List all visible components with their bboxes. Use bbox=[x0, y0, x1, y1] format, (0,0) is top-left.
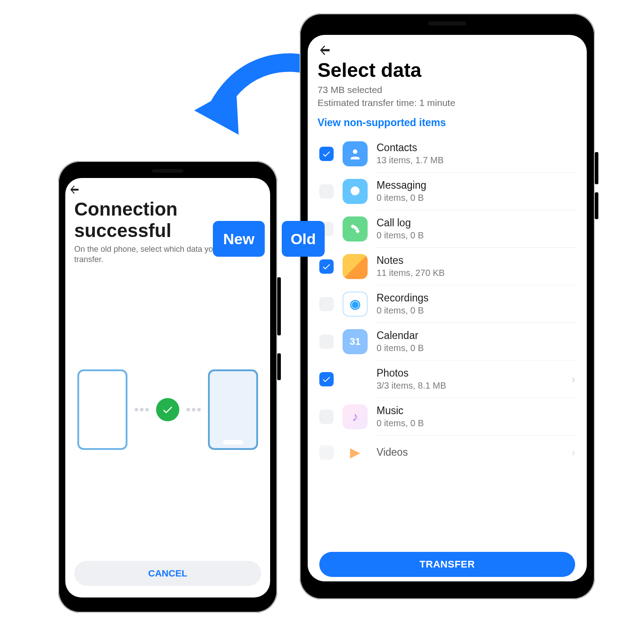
data-row-music[interactable]: ♪Music0 items, 0 B bbox=[318, 398, 577, 436]
view-unsupported-link[interactable]: View non-supported items bbox=[308, 110, 587, 133]
item-name: Photos bbox=[377, 367, 563, 379]
data-row-photos[interactable]: ✿Photos3/3 items, 8.1 MB› bbox=[318, 360, 577, 398]
item-name: Contacts bbox=[377, 142, 575, 154]
item-desc: 3/3 items, 8.1 MB bbox=[377, 381, 563, 391]
item-desc: 0 items, 0 B bbox=[377, 418, 575, 428]
data-type-list: Contacts13 items, 1.7 MBMessaging0 items… bbox=[308, 133, 587, 547]
old-phone-frame: Select data 73 MB selected Estimated tra… bbox=[300, 13, 595, 599]
back-button[interactable] bbox=[65, 178, 83, 196]
data-row-contacts[interactable]: Contacts13 items, 1.7 MB bbox=[318, 135, 577, 173]
calendar-icon: 31 bbox=[343, 329, 368, 354]
direction-arrow bbox=[182, 49, 317, 158]
messaging-icon bbox=[343, 179, 368, 204]
item-name: Music bbox=[377, 405, 575, 417]
checkbox[interactable] bbox=[319, 335, 334, 349]
back-button[interactable] bbox=[318, 38, 335, 56]
item-name: Recordings bbox=[377, 292, 575, 304]
new-badge: New bbox=[213, 221, 265, 257]
item-name: Notes bbox=[377, 254, 575, 267]
checkbox[interactable] bbox=[319, 297, 334, 311]
chevron-right-icon: › bbox=[572, 373, 575, 386]
new-device-icon bbox=[77, 369, 127, 450]
estimate: Estimated transfer time: 1 minute bbox=[308, 96, 587, 109]
phone-icon bbox=[343, 216, 368, 242]
old-badge: Old bbox=[282, 221, 325, 257]
data-row-notes[interactable]: Notes11 items, 270 KB bbox=[318, 248, 577, 285]
item-name: Call log bbox=[377, 217, 575, 229]
video-icon: ▶ bbox=[343, 440, 368, 463]
checkbox[interactable] bbox=[319, 410, 334, 424]
svg-point-2 bbox=[351, 186, 360, 195]
checkbox[interactable] bbox=[319, 372, 334, 386]
item-desc: 0 items, 0 B bbox=[377, 343, 575, 353]
old-device-icon bbox=[208, 369, 258, 450]
item-desc: 11 items, 270 KB bbox=[377, 268, 575, 278]
cancel-button[interactable]: CANCEL bbox=[74, 561, 261, 586]
transfer-button[interactable]: TRANSFER bbox=[319, 552, 575, 577]
data-row-rec[interactable]: ◉Recordings0 items, 0 B bbox=[318, 285, 577, 323]
contacts-icon bbox=[343, 141, 368, 166]
checkbox[interactable] bbox=[319, 259, 334, 274]
item-desc: 0 items, 0 B bbox=[377, 305, 575, 316]
selected-size: 73 MB selected bbox=[308, 83, 587, 96]
data-row-call[interactable]: Call log0 items, 0 B bbox=[318, 210, 577, 248]
music-icon: ♪ bbox=[343, 404, 368, 429]
notes-icon bbox=[343, 254, 368, 279]
item-desc: 13 items, 1.7 MB bbox=[377, 155, 575, 165]
checkbox[interactable] bbox=[319, 147, 334, 161]
checkbox[interactable] bbox=[319, 184, 334, 199]
check-icon bbox=[156, 398, 179, 421]
recordings-icon: ◉ bbox=[343, 292, 368, 317]
svg-point-1 bbox=[353, 149, 357, 154]
item-desc: 0 items, 0 B bbox=[377, 230, 575, 241]
photos-icon: ✿ bbox=[343, 367, 368, 392]
checkbox[interactable] bbox=[319, 445, 334, 460]
data-row-cal[interactable]: 31Calendar0 items, 0 B bbox=[318, 323, 577, 360]
item-desc: 0 items, 0 B bbox=[377, 193, 575, 203]
chevron-right-icon: › bbox=[572, 446, 575, 459]
data-row-video[interactable]: ▶Videos› bbox=[318, 436, 577, 463]
item-name: Calendar bbox=[377, 330, 575, 342]
connection-illustration bbox=[65, 265, 270, 555]
item-name: Videos bbox=[377, 446, 563, 458]
item-name: Messaging bbox=[377, 179, 575, 191]
page-title: Select data bbox=[308, 56, 587, 83]
data-row-msg[interactable]: Messaging0 items, 0 B bbox=[318, 173, 577, 210]
